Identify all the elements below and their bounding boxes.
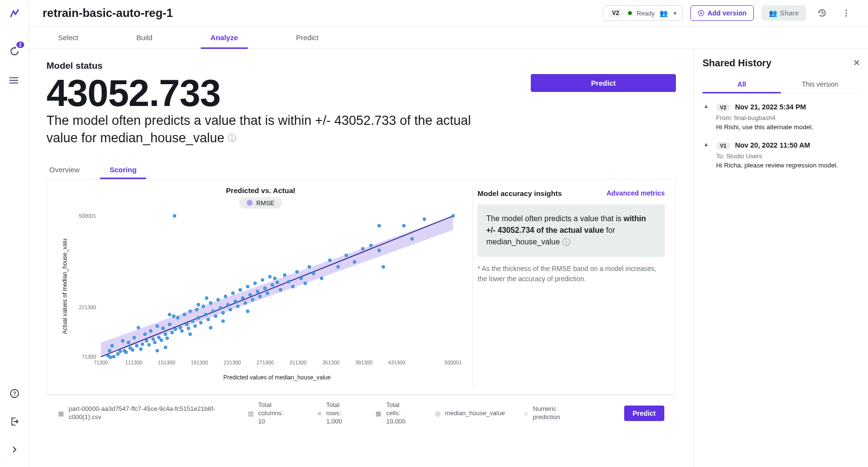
logout-icon[interactable]: [7, 414, 22, 429]
svg-point-115: [451, 214, 454, 217]
subtab-overview[interactable]: Overview: [46, 161, 83, 179]
cells-icon: ▦: [375, 410, 381, 417]
footer-cols-label: Total columns:: [258, 401, 284, 417]
tab-build[interactable]: Build: [127, 27, 162, 48]
predict-button[interactable]: Predict: [531, 74, 676, 92]
svg-point-49: [174, 328, 177, 331]
svg-point-23: [121, 339, 124, 342]
close-icon[interactable]: ✕: [853, 58, 860, 68]
info-icon[interactable]: ⓘ: [562, 238, 570, 247]
footer-predict-button[interactable]: Predict: [624, 406, 664, 421]
chart-title: Predicted vs. Actual: [59, 186, 463, 195]
history-msg: Hi Rishi, use this alternate model.: [716, 123, 859, 131]
sidetab-this-version[interactable]: This version: [781, 75, 859, 93]
left-nav-rail: 2 ?: [0, 0, 29, 467]
svg-point-110: [378, 224, 381, 227]
legend-rmse[interactable]: RMSE: [239, 197, 283, 209]
svg-point-87: [263, 286, 266, 289]
svg-point-19: [111, 344, 114, 347]
svg-text:311300: 311300: [289, 360, 307, 365]
svg-point-75: [234, 300, 237, 303]
expand-icon[interactable]: [7, 442, 22, 457]
history-date: Nov 20, 2022 11:50 AM: [735, 141, 810, 149]
svg-point-93: [279, 288, 282, 291]
list-icon[interactable]: [7, 73, 22, 88]
footer-target: median_house_value: [445, 409, 505, 418]
people-icon: 👥: [769, 9, 777, 17]
side-tabs: All This version: [703, 75, 859, 93]
info-icon[interactable]: ⓘ: [228, 134, 236, 143]
svg-point-94: [283, 273, 286, 276]
svg-point-50: [176, 316, 179, 319]
chevron-up-icon[interactable]: ▲: [703, 141, 709, 147]
svg-point-91: [273, 277, 276, 280]
svg-point-17: [108, 349, 111, 352]
tab-analyze[interactable]: Analyze: [201, 27, 248, 48]
svg-point-36: [148, 343, 150, 346]
refresh-icon[interactable]: 2: [7, 44, 22, 59]
svg-text:151300: 151300: [158, 360, 175, 365]
svg-point-67: [214, 315, 217, 317]
type-icon: ○: [524, 410, 528, 417]
history-item: ▲ V2 Nov 21, 2022 5:34 PM From: final-bu…: [703, 100, 859, 138]
svg-point-22: [119, 350, 122, 353]
history-icon[interactable]: [814, 5, 830, 21]
advanced-metrics-link[interactable]: Advanced metrics: [606, 189, 665, 197]
history-from: From: final-bugbash4: [716, 114, 859, 121]
insight-box: The model often predicts a value that is…: [478, 204, 665, 257]
svg-point-104: [337, 265, 340, 268]
chevron-up-icon[interactable]: ▲: [703, 103, 709, 109]
svg-point-66: [211, 310, 214, 313]
svg-point-65: [209, 301, 212, 304]
svg-text:500001: 500001: [79, 213, 96, 219]
svg-point-18: [109, 356, 112, 359]
footer-filename: part-00000-aa3d7547-ffc7-45ce-9c4a-fc515…: [69, 405, 228, 422]
logo-icon[interactable]: [7, 6, 22, 21]
people-icon: 👥: [659, 9, 668, 17]
svg-point-125: [209, 326, 212, 329]
tab-predict[interactable]: Predict: [286, 27, 329, 48]
svg-point-98: [299, 277, 302, 280]
svg-point-51: [179, 326, 182, 329]
side-panel: ✕ Shared History All This version ▲ V2 N…: [694, 49, 868, 467]
svg-point-85: [258, 295, 261, 298]
status-dot-icon: [628, 11, 632, 15]
notification-badge: 2: [16, 42, 24, 48]
svg-point-121: [205, 297, 208, 300]
svg-point-26: [127, 341, 130, 344]
svg-point-35: [145, 339, 148, 342]
svg-point-119: [197, 303, 200, 306]
svg-text:Actual values of median_house_: Actual values of median_house_valu: [61, 239, 68, 334]
svg-text:191300: 191300: [191, 360, 208, 365]
svg-point-80: [246, 285, 249, 288]
svg-point-100: [308, 265, 311, 268]
analysis-subtabs: Overview Scoring: [46, 161, 676, 179]
svg-point-90: [271, 284, 274, 286]
sidetab-all[interactable]: All: [703, 75, 781, 93]
version-selector[interactable]: V2 Ready 👥 ▼: [603, 5, 683, 21]
subtab-scoring[interactable]: Scoring: [107, 161, 140, 179]
insight-footnote: * As the thickness of the RMSE band on a…: [478, 264, 665, 284]
svg-point-123: [189, 332, 192, 335]
history-version: V2: [716, 104, 730, 111]
add-version-button[interactable]: Add version: [690, 5, 754, 21]
svg-point-78: [241, 297, 244, 300]
svg-point-124: [172, 315, 175, 317]
svg-point-69: [219, 306, 222, 309]
columns-icon: ▥: [248, 410, 254, 417]
more-icon[interactable]: [838, 5, 854, 21]
history-from: To: Studio Users: [716, 152, 859, 160]
chevron-down-icon: ▼: [673, 11, 677, 16]
add-version-label: Add version: [707, 9, 747, 17]
svg-point-63: [204, 313, 207, 316]
help-icon[interactable]: ?: [7, 386, 22, 401]
page-title: retrain-basic-auto-reg-1: [43, 6, 595, 20]
svg-point-39: [153, 341, 156, 344]
tab-select[interactable]: Select: [48, 27, 88, 48]
svg-point-112: [403, 224, 405, 227]
footer-ptype: Numeric prediction: [533, 405, 585, 422]
footer-bar: ▦ part-00000-aa3d7547-ffc7-45ce-9c4a-fc5…: [46, 395, 676, 432]
svg-point-5: [9, 82, 11, 84]
history-version: V1: [716, 142, 730, 150]
svg-point-103: [329, 259, 331, 262]
